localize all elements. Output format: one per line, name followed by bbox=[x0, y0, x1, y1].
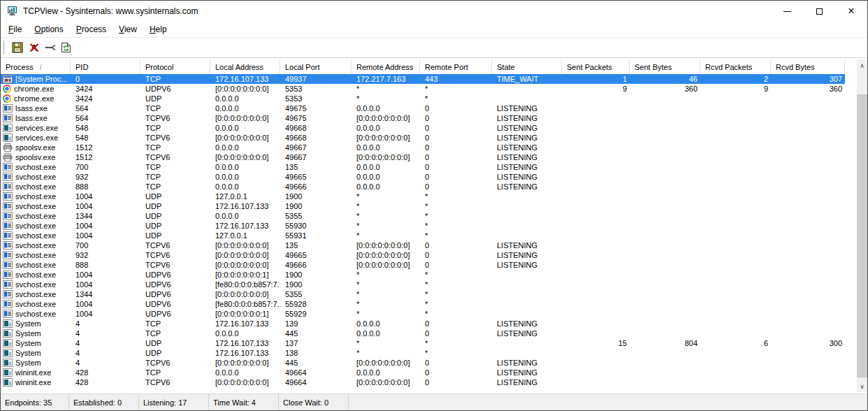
menu-process[interactable]: Process bbox=[70, 23, 113, 36]
table-row[interactable]: svchost.exe700TCPV6[0:0:0:0:0:0:0:0]135[… bbox=[1, 240, 845, 250]
cell-protocol: TCP bbox=[140, 329, 210, 338]
app-window-icon bbox=[3, 212, 13, 220]
cell-remote-address: 0.0.0.0 bbox=[352, 182, 420, 192]
table-row[interactable]: System4UDP172.16.107.133138** bbox=[1, 348, 845, 358]
cell-protocol: TCP bbox=[140, 123, 210, 133]
process-name: svchost.exe bbox=[15, 309, 56, 319]
cell-sent-packets bbox=[562, 172, 630, 182]
scroll-down-button[interactable]: ∨ bbox=[857, 380, 867, 392]
resolve-addresses-button[interactable]: A bbox=[26, 40, 42, 56]
table-row[interactable]: svchost.exe1004UDP172.16.107.13355930** bbox=[1, 221, 845, 231]
table-row[interactable]: svchost.exe1004UDP172.16.107.1331900** bbox=[1, 201, 845, 211]
column-header-rcvd-bytes[interactable]: Rcvd Bytes bbox=[771, 60, 845, 74]
cell-remote-port: 443 bbox=[420, 74, 492, 84]
table-row[interactable]: wininit.exe428TCP0.0.0.0496640.0.0.00LIS… bbox=[1, 368, 845, 377]
cell-sent-bytes bbox=[630, 377, 700, 387]
menu-file[interactable]: File bbox=[2, 23, 28, 36]
column-header-pid[interactable]: PID bbox=[71, 60, 140, 74]
table-row[interactable]: svchost.exe1004UDPV6[0:0:0:0:0:0:0:1]190… bbox=[1, 270, 845, 280]
table-row[interactable]: svchost.exe1004UDPV6[0:0:0:0:0:0:0:1]559… bbox=[1, 309, 845, 319]
cell-local-address: 172.16.107.133 bbox=[210, 338, 280, 348]
table-row[interactable]: chrome.exe3424UDPV6[0:0:0:0:0:0:0:0]5353… bbox=[1, 84, 845, 94]
column-header-sent-bytes[interactable]: Sent Bytes bbox=[630, 60, 700, 74]
table-row[interactable]: svchost.exe1004UDPV6[fe80:0:0:0:b857:7..… bbox=[1, 280, 845, 289]
table-row[interactable]: svchost.exe888TCP0.0.0.0496660.0.0.00LIS… bbox=[1, 182, 845, 192]
cell-rcvd-packets bbox=[700, 260, 771, 270]
cell-state: TIME_WAIT bbox=[492, 74, 562, 84]
refresh-button[interactable] bbox=[58, 40, 74, 56]
table-row[interactable]: svchost.exe1004UDPV6[fe80:0:0:0:b857:7..… bbox=[1, 299, 845, 309]
cell-sent-packets bbox=[562, 368, 630, 377]
scrollbar-thumb[interactable] bbox=[857, 94, 867, 377]
table-row[interactable]: System4TCP172.16.107.1331390.0.0.00LISTE… bbox=[1, 319, 845, 329]
cell-sent-bytes: 360 bbox=[630, 84, 700, 94]
cell-pid: 888 bbox=[71, 260, 140, 270]
table-row[interactable]: svchost.exe1344UDP0.0.0.05355** bbox=[1, 211, 845, 221]
column-header-rcvd-packets[interactable]: Rcvd Packets bbox=[700, 60, 771, 74]
cell-state: LISTENING bbox=[492, 368, 562, 377]
process-name: System bbox=[15, 358, 41, 368]
app-window-icon bbox=[3, 310, 13, 318]
close-icon: × bbox=[848, 6, 854, 17]
cell-remote-address: [0:0:0:0:0:0:0:0] bbox=[352, 240, 420, 250]
maximize-button[interactable] bbox=[803, 1, 835, 22]
close-button[interactable]: × bbox=[835, 1, 867, 22]
column-header-state[interactable]: State bbox=[492, 60, 562, 74]
cell-state bbox=[492, 280, 562, 289]
cell-rcvd-bytes bbox=[771, 348, 845, 358]
scroll-up-button[interactable]: ∧ bbox=[857, 59, 867, 71]
column-header-remote-port[interactable]: Remote Port bbox=[420, 60, 492, 74]
menu-options[interactable]: Options bbox=[28, 23, 69, 36]
cell-remote-address: * bbox=[352, 338, 420, 348]
cell-rcvd-bytes bbox=[771, 103, 845, 113]
process-name: System bbox=[15, 348, 41, 358]
minimize-button[interactable] bbox=[771, 1, 803, 22]
table-row[interactable]: spoolsv.exe1512TCP0.0.0.0496670.0.0.00LI… bbox=[1, 143, 845, 152]
table-row[interactable]: svchost.exe700TCP0.0.0.01350.0.0.00LISTE… bbox=[1, 162, 845, 172]
column-header-remote-address[interactable]: Remote Address bbox=[352, 60, 420, 74]
column-header-protocol[interactable]: Protocol bbox=[140, 60, 210, 74]
cell-local-port: 1900 bbox=[280, 201, 352, 211]
cell-rcvd-packets bbox=[700, 133, 771, 143]
table-row[interactable]: [System Proc...0TCP172.16.107.1334993717… bbox=[1, 74, 845, 84]
menu-view[interactable]: View bbox=[113, 23, 143, 36]
cell-pid: 700 bbox=[71, 240, 140, 250]
table-row[interactable]: svchost.exe888TCPV6[0:0:0:0:0:0:0:0]4966… bbox=[1, 260, 845, 270]
column-header-sent-packets[interactable]: Sent Packets bbox=[562, 60, 630, 74]
table-row[interactable]: svchost.exe1004UDP127.0.0.11900** bbox=[1, 192, 845, 201]
table-row[interactable]: lsass.exe564TCPV6[0:0:0:0:0:0:0:0]49675[… bbox=[1, 113, 845, 123]
table-row[interactable]: System4TCPV6[0:0:0:0:0:0:0:0]445[0:0:0:0… bbox=[1, 358, 845, 368]
table-row[interactable]: svchost.exe932TCP0.0.0.0496650.0.0.00LIS… bbox=[1, 172, 845, 182]
process-name: svchost.exe bbox=[15, 250, 56, 260]
table-row[interactable]: System4UDP172.16.107.133137**158046300 bbox=[1, 338, 845, 348]
column-header-local-address[interactable]: Local Address bbox=[210, 60, 280, 74]
table-row[interactable]: spoolsv.exe1512TCPV6[0:0:0:0:0:0:0:0]496… bbox=[1, 152, 845, 162]
table-row[interactable]: services.exe548TCPV6[0:0:0:0:0:0:0:0]496… bbox=[1, 133, 845, 143]
table-row[interactable]: lsass.exe564TCP0.0.0.0496750.0.0.00LISTE… bbox=[1, 103, 845, 113]
cell-local-port: 139 bbox=[280, 319, 352, 329]
save-button[interactable] bbox=[10, 40, 26, 56]
menu-help[interactable]: Help bbox=[143, 23, 173, 36]
cell-rcvd-bytes bbox=[771, 260, 845, 270]
table-row[interactable]: wininit.exe428TCPV6[0:0:0:0:0:0:0:0]4966… bbox=[1, 377, 845, 387]
table-row[interactable]: services.exe548TCP0.0.0.0496680.0.0.00LI… bbox=[1, 123, 845, 133]
table-row[interactable]: svchost.exe1344UDPV6[0:0:0:0:0:0:0:0]535… bbox=[1, 289, 845, 299]
close-connection-button[interactable] bbox=[42, 40, 58, 56]
cell-rcvd-packets bbox=[700, 240, 771, 250]
table-row[interactable]: svchost.exe932TCPV6[0:0:0:0:0:0:0:0]4966… bbox=[1, 250, 845, 260]
cell-rcvd-packets bbox=[700, 201, 771, 211]
cell-rcvd-packets bbox=[700, 113, 771, 123]
app-window-icon bbox=[3, 290, 13, 298]
table-row[interactable]: svchost.exe1004UDP127.0.0.155931** bbox=[1, 231, 845, 240]
table-row[interactable]: System4TCP0.0.0.04450.0.0.00LISTENING bbox=[1, 329, 845, 338]
cell-process: svchost.exe bbox=[1, 192, 71, 201]
cell-pid: 4 bbox=[71, 348, 140, 358]
column-header-local-port[interactable]: Local Port bbox=[280, 60, 352, 74]
table-row[interactable]: chrome.exe3424UDP0.0.0.05353** bbox=[1, 94, 845, 103]
vertical-scrollbar[interactable]: ∧ ∨ bbox=[857, 59, 867, 392]
column-header-process[interactable]: Process/ bbox=[1, 60, 71, 74]
app-window-icon bbox=[3, 280, 13, 289]
cell-local-address: 0.0.0.0 bbox=[210, 368, 280, 377]
cell-protocol: TCPV6 bbox=[140, 113, 210, 123]
process-name: wininit.exe bbox=[15, 377, 51, 387]
